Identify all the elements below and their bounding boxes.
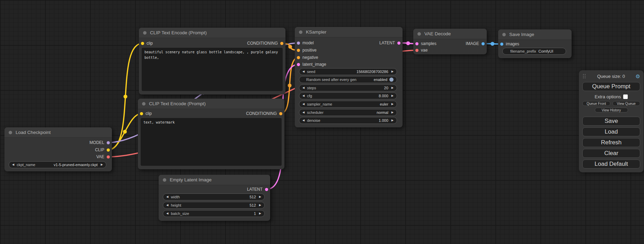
node-header[interactable]: Save Image [498,29,572,40]
increment-arrow-icon[interactable]: ▶ [259,196,261,198]
random-seed-toggle-widget[interactable]: Random seed after every gen enabled [299,76,397,83]
decrement-arrow-icon[interactable]: ◀ [302,94,305,97]
queue-size-label: Queue size: 0 [586,74,636,79]
node-clip-text-encode-negative[interactable]: CLIP Text Encode (Prompt) clip CONDITION… [138,99,284,169]
scheduler-widget[interactable]: ◀ scheduler normal ▶ [299,109,397,116]
input-slot-clip[interactable] [141,42,144,45]
increment-arrow-icon[interactable]: ▶ [391,70,394,73]
output-slot-latent[interactable] [265,188,268,191]
queue-prompt-button[interactable]: Queue Prompt [582,82,640,91]
node-load-checkpoint[interactable]: Load Checkpoint MODEL CLIP VAE ◀ ckpt_na… [5,127,112,171]
input-slot-samples[interactable] [415,42,418,45]
collapse-dot-icon[interactable] [502,33,506,36]
decrement-arrow-icon[interactable]: ◀ [166,196,168,198]
load-default-button[interactable]: Load Default [582,160,640,169]
steps-widget[interactable]: ◀ steps 20 ▶ [299,84,397,91]
refresh-button[interactable]: Refresh [582,138,640,147]
negative-prompt-textarea[interactable]: text, watermark [141,118,282,166]
widget-label: height [171,203,181,207]
decrement-arrow-icon[interactable]: ◀ [12,163,14,166]
output-label-conditioning: CONDITIONING [246,111,277,116]
node-empty-latent-image[interactable]: Empty Latent Image LATENT ◀ width 512 ▶ … [159,175,270,221]
sampler-name-widget[interactable]: ◀ sampler_name euler ▶ [299,101,397,108]
widget-label: sampler_name [307,102,332,106]
increment-arrow-icon[interactable]: ▶ [259,204,261,207]
input-slot-clip[interactable] [140,112,143,115]
node-header[interactable]: Load Checkpoint [5,127,112,138]
node-ksampler[interactable]: KSampler model LATENT positive negative … [295,27,403,127]
node-clip-text-encode-positive[interactable]: CLIP Text Encode (Prompt) clip CONDITION… [139,28,285,94]
width-widget[interactable]: ◀ width 512 ▶ [163,193,265,200]
clear-button[interactable]: Clear [582,149,640,158]
queue-front-button[interactable]: Queue Front [582,101,610,106]
collapse-dot-icon[interactable] [143,31,147,35]
toggle-icon[interactable] [389,78,394,82]
input-slot-positive[interactable] [297,49,300,52]
decrement-arrow-icon[interactable]: ◀ [166,212,168,215]
height-widget[interactable]: ◀ height 512 ▶ [163,202,265,209]
collapse-dot-icon[interactable] [9,131,12,134]
input-slot-vae[interactable] [415,49,418,52]
save-button[interactable]: Save [582,117,640,126]
node-header[interactable]: VAE Decode [413,29,487,39]
decrement-arrow-icon[interactable]: ◀ [302,111,305,114]
denoise-widget[interactable]: ◀ denoise 1.000 ▶ [299,117,397,124]
collapse-dot-icon[interactable] [163,178,166,182]
decrement-arrow-icon[interactable]: ◀ [302,87,305,89]
decrement-arrow-icon[interactable]: ◀ [302,119,305,122]
node-header[interactable]: Empty Latent Image [159,175,270,185]
node-header[interactable]: KSampler [295,27,403,37]
filename-prefix-widget[interactable]: filename_prefix ComfyUI [502,48,566,55]
slot-row: latent_image [295,61,403,68]
ckpt-name-widget[interactable]: ◀ ckpt_name v1-5-pruned-emaonly.ckpt ▶ [9,161,106,168]
increment-arrow-icon[interactable]: ▶ [101,163,103,166]
widget-label: ckpt_name [17,163,35,167]
drag-handle-icon[interactable] [583,74,586,78]
increment-arrow-icon[interactable]: ▶ [391,103,394,106]
output-slot-model[interactable] [107,141,110,144]
decrement-arrow-icon[interactable]: ◀ [166,204,168,207]
node-save-image[interactable]: Save Image images filename_prefix ComfyU… [498,29,572,58]
node-vae-decode[interactable]: VAE Decode samples IMAGE vae [413,29,487,54]
view-history-button[interactable]: View History [595,108,628,112]
comfyui-canvas[interactable]: { "icons": { "left_arrow": "◀", "right_a… [0,0,644,244]
decrement-arrow-icon[interactable]: ◀ [302,103,305,106]
increment-arrow-icon[interactable]: ▶ [391,94,394,97]
collapse-dot-icon[interactable] [142,102,145,106]
output-slot-conditioning[interactable] [280,42,283,45]
node-title: CLIP Text Encode (Prompt) [150,30,207,35]
extra-options-checkbox[interactable] [623,94,628,99]
positive-prompt-textarea[interactable]: beautiful scenery nature glass bottle la… [142,48,283,91]
output-slot-clip[interactable] [107,148,110,152]
output-label-vae: VAE [96,154,104,159]
collapse-dot-icon[interactable] [417,32,421,36]
output-slot-conditioning[interactable] [279,112,282,115]
input-slot-negative[interactable] [297,56,300,59]
node-header[interactable]: CLIP Text Encode (Prompt) [139,28,285,38]
increment-arrow-icon[interactable]: ▶ [391,111,394,114]
increment-arrow-icon[interactable]: ▶ [259,212,261,215]
output-slot-image[interactable] [482,42,485,45]
input-slot-latent-image[interactable] [297,63,300,66]
view-queue-button[interactable]: View Queue [612,101,641,106]
batch-size-widget[interactable]: ◀ batch_size 1 ▶ [163,210,265,217]
widget-value: 1.000 [379,118,388,123]
collapse-dot-icon[interactable] [299,30,302,34]
decrement-arrow-icon[interactable]: ◀ [302,70,305,73]
increment-arrow-icon[interactable]: ▶ [391,119,394,122]
widget-value: ComfyUI [538,49,553,53]
seed-widget[interactable]: ◀ seed 156680208700286 ▶ [299,68,397,75]
node-header[interactable]: CLIP Text Encode (Prompt) [138,99,284,109]
output-slot-latent[interactable] [397,42,400,45]
cfg-widget[interactable]: ◀ cfg 8.000 ▶ [299,92,397,99]
widget-label: Random seed after every gen [306,78,356,82]
settings-gear-icon[interactable]: ⚙ [636,74,640,79]
output-label-conditioning: CONDITIONING [247,41,278,46]
load-button[interactable]: Load [582,127,640,136]
widget-value: normal [377,110,388,115]
output-slot-vae[interactable] [107,155,110,159]
slot-row: samples IMAGE [413,40,487,47]
input-slot-images[interactable] [500,43,503,46]
input-slot-model[interactable] [297,42,300,45]
increment-arrow-icon[interactable]: ▶ [391,87,394,89]
